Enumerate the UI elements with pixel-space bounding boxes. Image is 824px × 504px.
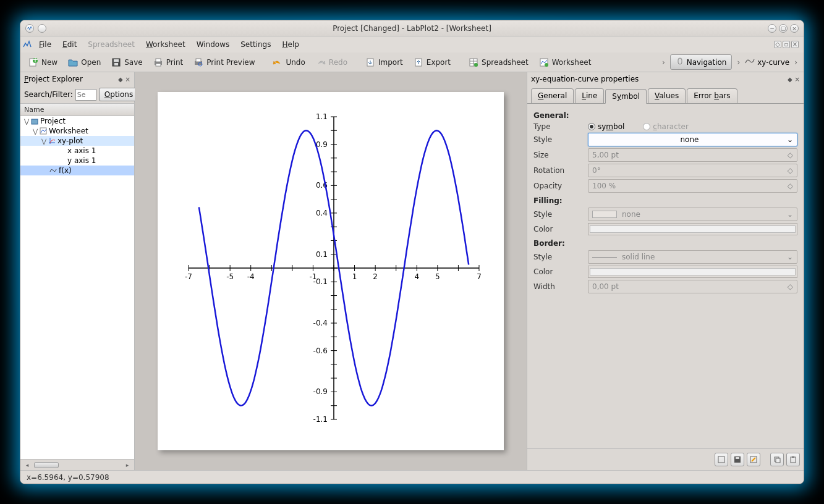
search-label: Search/Filter: xyxy=(24,90,73,99)
footer-save-btn[interactable] xyxy=(731,453,744,466)
props-close-icon[interactable]: × xyxy=(795,76,800,83)
print-icon xyxy=(153,57,164,68)
print-preview-button[interactable]: Print Preview xyxy=(189,55,258,70)
type-symbol-radio[interactable]: symbol xyxy=(588,122,624,131)
svg-point-18 xyxy=(474,63,478,67)
options-button[interactable]: Options xyxy=(99,88,138,101)
project-tree[interactable]: ⋁Project ⋁Worksheet ⋁xy-plot x axis 1 y … xyxy=(20,116,134,459)
fill-style-combo: none⌄ xyxy=(588,208,797,221)
xycurve-label[interactable]: xy-curve xyxy=(757,58,789,67)
menu-help[interactable]: Help xyxy=(277,38,304,51)
tree-item-xaxis[interactable]: x axis 1 xyxy=(20,146,134,156)
menu-windows[interactable]: Windows xyxy=(192,38,235,51)
svg-rect-7 xyxy=(156,59,161,62)
mouse-icon xyxy=(676,57,684,67)
tab-values[interactable]: Values xyxy=(648,88,686,103)
navigation-button[interactable]: Navigation xyxy=(670,54,733,70)
svg-text:1: 1 xyxy=(352,272,357,281)
props-tabs: General Line Symbol Values Error bars xyxy=(527,86,804,103)
svg-text:-0.6: -0.6 xyxy=(313,346,328,355)
size-label: Size xyxy=(533,151,583,159)
close-button[interactable]: × xyxy=(790,24,799,33)
svg-text:5: 5 xyxy=(435,272,440,281)
footer-btn-1[interactable] xyxy=(715,453,728,466)
open-button[interactable]: Open xyxy=(64,55,104,70)
panel-close-icon[interactable]: × xyxy=(125,76,130,83)
footer-edit-btn[interactable] xyxy=(747,453,760,466)
plot-area[interactable]: -7-5-4-112457-1.1-0.9-0.6-0.4-0.10.10.40… xyxy=(158,92,504,450)
maximize-button[interactable]: ▢ xyxy=(779,24,788,33)
style-combo[interactable]: none⌄ xyxy=(588,133,797,146)
mdi-restore[interactable]: ▫ xyxy=(783,41,790,48)
save-icon xyxy=(111,57,122,68)
chevron-right-icon-3[interactable]: › xyxy=(792,58,800,67)
preview-icon xyxy=(193,57,204,68)
svg-rect-23 xyxy=(40,128,46,134)
mdi-close[interactable]: × xyxy=(791,41,799,48)
spreadsheet-button[interactable]: Spreadsheet xyxy=(464,55,532,70)
status-coords: x=6.5964, y=0.57908 xyxy=(27,473,109,482)
titlebar: Project [Changed] - LabPlot2 - [Workshee… xyxy=(20,20,804,36)
width-spin: 0,00 pt◇ xyxy=(588,280,797,293)
redo-button: Redo xyxy=(312,55,351,70)
tree-column-header[interactable]: Name xyxy=(20,103,134,116)
chevron-right-icon-2[interactable]: › xyxy=(734,58,742,67)
menu-file[interactable]: File xyxy=(34,38,56,51)
svg-rect-91 xyxy=(791,457,796,463)
tab-symbol[interactable]: Symbol xyxy=(605,89,647,104)
menu-settings[interactable]: Settings xyxy=(236,38,276,51)
chevron-right-icon[interactable]: › xyxy=(660,58,668,67)
tree-item-xyplot[interactable]: ⋁xy-plot xyxy=(20,136,134,146)
tab-general[interactable]: General xyxy=(531,88,574,103)
opacity-label: Opacity xyxy=(533,182,583,190)
panel-detach-icon[interactable]: ◆ xyxy=(118,76,123,83)
minimize-button[interactable]: − xyxy=(768,24,776,33)
mdi-minimize[interactable]: ◇ xyxy=(774,41,781,48)
search-input[interactable] xyxy=(75,89,96,101)
app-menu-button[interactable] xyxy=(38,24,46,33)
svg-text:-1.1: -1.1 xyxy=(313,415,328,424)
size-spin: 5,00 pt◇ xyxy=(588,148,797,162)
tree-item-project[interactable]: ⋁Project xyxy=(20,116,134,126)
tree-item-fx[interactable]: f(x) xyxy=(20,166,134,175)
menu-edit[interactable]: Edit xyxy=(57,38,82,51)
chevron-down-icon: ⌄ xyxy=(787,135,793,144)
menu-worksheet[interactable]: Worksheet xyxy=(141,38,190,51)
border-style-label: Style xyxy=(533,253,583,261)
worksheet-canvas[interactable]: -7-5-4-112457-1.1-0.9-0.6-0.4-0.10.10.40… xyxy=(135,72,527,470)
footer-paste-btn[interactable] xyxy=(786,453,800,466)
spreadsheet-icon xyxy=(468,57,479,68)
export-button[interactable]: Export xyxy=(409,55,454,70)
fill-style-label: Style xyxy=(533,210,583,219)
svg-rect-22 xyxy=(32,119,38,124)
explorer-scrollbar[interactable]: ◂▸ xyxy=(20,459,134,470)
import-icon xyxy=(365,57,376,68)
tree-item-yaxis[interactable]: y axis 1 xyxy=(20,156,134,166)
section-filling: Filling: xyxy=(533,196,797,205)
chart-svg: -7-5-4-112457-1.1-0.9-0.6-0.4-0.10.10.40… xyxy=(158,92,504,450)
tree-item-worksheet[interactable]: ⋁Worksheet xyxy=(20,126,134,136)
svg-text:0.4: 0.4 xyxy=(316,209,328,217)
svg-text:4: 4 xyxy=(414,272,419,281)
fill-color-swatch xyxy=(588,223,797,235)
type-character-radio[interactable]: character xyxy=(643,122,688,131)
project-explorer: Project Explorer ◆× Search/Filter: Optio… xyxy=(20,72,135,470)
explorer-title: Project Explorer xyxy=(24,75,83,83)
border-style-combo: solid line⌄ xyxy=(588,250,797,264)
import-button[interactable]: Import xyxy=(361,55,407,70)
properties-panel: xy-equation-curve properties ◆× General … xyxy=(527,72,804,470)
svg-rect-21 xyxy=(678,58,682,64)
undo-button[interactable]: Undo xyxy=(268,55,308,70)
new-button[interactable]: +New xyxy=(24,55,61,70)
svg-text:0.1: 0.1 xyxy=(316,250,328,259)
print-button[interactable]: Print xyxy=(149,55,187,70)
props-detach-icon[interactable]: ◆ xyxy=(788,76,792,83)
redo-icon xyxy=(315,57,326,68)
worksheet-button[interactable]: Worksheet xyxy=(535,55,595,70)
tab-errorbars[interactable]: Error bars xyxy=(687,88,737,103)
footer-copy-btn[interactable] xyxy=(770,453,784,466)
save-button[interactable]: Save xyxy=(107,55,146,70)
open-icon xyxy=(67,57,79,68)
rotation-label: Rotation xyxy=(533,166,583,175)
tab-line[interactable]: Line xyxy=(575,88,604,103)
